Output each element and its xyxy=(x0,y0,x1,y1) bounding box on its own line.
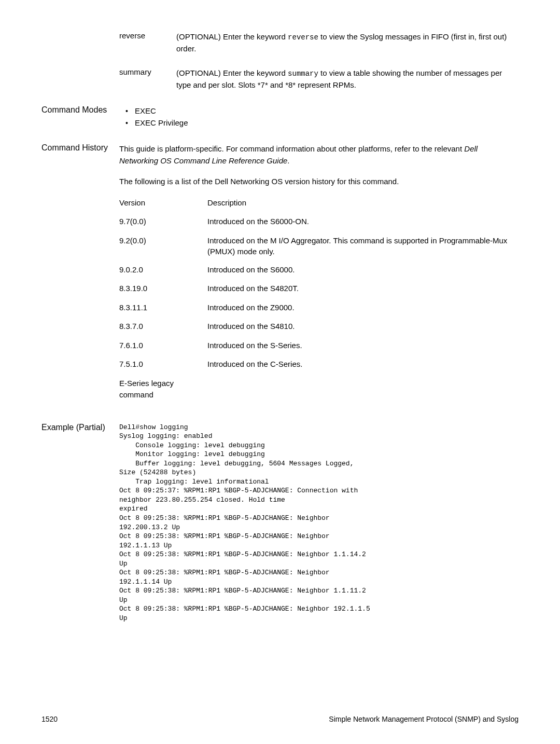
param-desc-pre: (OPTIONAL) Enter the keyword xyxy=(176,68,288,77)
desc-header: Description xyxy=(207,197,519,209)
version-d: Introduced on the S-Series. xyxy=(207,340,519,352)
page-footer: 1520 Simple Network Management Protocol … xyxy=(41,715,519,723)
version-d xyxy=(207,378,519,401)
version-v: 8.3.7.0 xyxy=(119,321,207,333)
section-command-modes: Command Modes EXEC EXEC Privilege xyxy=(41,105,519,129)
version-d: Introduced on the S6000. xyxy=(207,264,519,276)
page-number: 1520 xyxy=(41,715,58,723)
section-label: Command History xyxy=(41,143,119,408)
version-row: E-Series legacy command xyxy=(119,378,519,401)
param-desc: (OPTIONAL) Enter the keyword reverse to … xyxy=(176,31,519,55)
version-header-row: Version Description xyxy=(119,197,519,209)
version-d: Introduced on the S4810. xyxy=(207,321,519,333)
footer-title: Simple Network Management Protocol (SNMP… xyxy=(329,715,519,723)
version-row: 9.2(0.0) Introduced on the M I/O Aggrega… xyxy=(119,235,519,257)
mode-item: EXEC Privilege xyxy=(125,117,519,129)
param-desc-code: summary xyxy=(288,70,318,78)
param-name: reverse xyxy=(41,31,176,55)
param-summary: summary (OPTIONAL) Enter the keyword sum… xyxy=(41,67,519,91)
param-desc-pre: (OPTIONAL) Enter the keyword xyxy=(176,32,288,41)
section-command-history: Command History This guide is platform-s… xyxy=(41,143,519,408)
version-d: Introduced on the S6000-ON. xyxy=(207,216,519,228)
param-desc: (OPTIONAL) Enter the keyword summary to … xyxy=(176,67,519,91)
section-content: Dell#show logging Syslog logging: enable… xyxy=(119,423,519,623)
version-v: 8.3.19.0 xyxy=(119,283,207,295)
section-content: EXEC EXEC Privilege xyxy=(119,105,519,129)
version-row: 8.3.19.0 Introduced on the S4820T. xyxy=(119,283,519,295)
version-row: 8.3.7.0 Introduced on the S4810. xyxy=(119,321,519,333)
mode-list: EXEC EXEC Privilege xyxy=(119,105,519,129)
version-v: 9.7(0.0) xyxy=(119,216,207,228)
version-row: 9.0.2.0 Introduced on the S6000. xyxy=(119,264,519,276)
version-v: 8.3.11.1 xyxy=(119,302,207,314)
param-reverse: reverse (OPTIONAL) Enter the keyword rev… xyxy=(41,31,519,55)
version-row: 9.7(0.0) Introduced on the S6000-ON. xyxy=(119,216,519,228)
version-row: 7.5.1.0 Introduced on the C-Series. xyxy=(119,359,519,370)
version-v: 7.6.1.0 xyxy=(119,340,207,352)
version-v: E-Series legacy command xyxy=(119,378,207,401)
version-d: Introduced on the M I/O Aggregator. This… xyxy=(207,235,519,257)
version-v: 7.5.1.0 xyxy=(119,359,207,370)
mode-item: EXEC xyxy=(125,105,519,117)
version-header: Version xyxy=(119,197,207,209)
version-d: Introduced on the Z9000. xyxy=(207,302,519,314)
section-content: This guide is platform-specific. For com… xyxy=(119,143,519,408)
version-row: 7.6.1.0 Introduced on the S-Series. xyxy=(119,340,519,352)
version-v: 9.0.2.0 xyxy=(119,264,207,276)
version-v: 9.2(0.0) xyxy=(119,235,207,257)
section-label: Command Modes xyxy=(41,105,119,129)
example-code: Dell#show logging Syslog logging: enable… xyxy=(119,423,519,623)
param-name: summary xyxy=(41,67,176,91)
version-d: Introduced on the S4820T. xyxy=(207,283,519,295)
section-example: Example (Partial) Dell#show logging Sysl… xyxy=(41,423,519,623)
intro-pre: This guide is platform-specific. For com… xyxy=(119,144,464,153)
section-label: Example (Partial) xyxy=(41,423,119,623)
version-row: 8.3.11.1 Introduced on the Z9000. xyxy=(119,302,519,314)
param-desc-code: reverse xyxy=(288,33,318,42)
version-d: Introduced on the C-Series. xyxy=(207,359,519,370)
history-subintro: The following is a list of the Dell Netw… xyxy=(119,176,519,188)
history-intro: This guide is platform-specific. For com… xyxy=(119,143,519,167)
intro-post: . xyxy=(287,156,289,165)
